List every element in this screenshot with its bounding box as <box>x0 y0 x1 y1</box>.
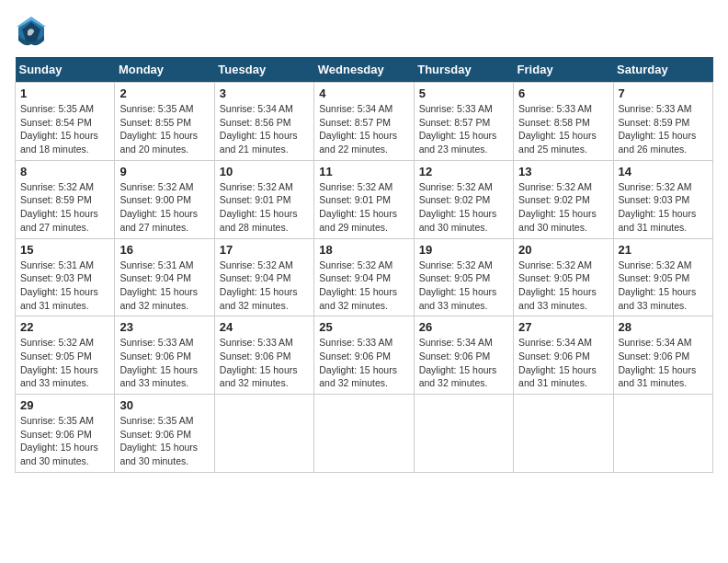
day-number: 25 <box>319 320 408 334</box>
calendar: SundayMondayTuesdayWednesdayThursdayFrid… <box>15 57 713 473</box>
day-number: 23 <box>119 320 209 334</box>
day-detail: Sunrise: 5:31 AMSunset: 9:04 PMDaylight:… <box>119 259 198 311</box>
empty-cell <box>414 395 513 473</box>
calendar-day-3: 3 Sunrise: 5:34 AMSunset: 8:56 PMDayligh… <box>214 83 313 161</box>
empty-cell <box>514 395 613 473</box>
calendar-day-13: 13 Sunrise: 5:32 AMSunset: 9:02 PMDaylig… <box>514 160 613 238</box>
day-detail: Sunrise: 5:33 AMSunset: 8:58 PMDaylight:… <box>518 103 597 155</box>
calendar-day-5: 5 Sunrise: 5:33 AMSunset: 8:57 PMDayligh… <box>414 83 513 161</box>
day-detail: Sunrise: 5:32 AMSunset: 9:04 PMDaylight:… <box>319 259 397 311</box>
day-number: 15 <box>20 243 109 257</box>
day-detail: Sunrise: 5:32 AMSunset: 9:00 PMDaylight:… <box>119 181 198 233</box>
day-number: 28 <box>619 320 708 334</box>
weekday-header-thursday: Thursday <box>414 57 513 83</box>
day-number: 30 <box>119 398 209 412</box>
weekday-header-tuesday: Tuesday <box>214 57 313 83</box>
day-number: 2 <box>119 86 209 100</box>
day-detail: Sunrise: 5:32 AMSunset: 9:04 PMDaylight:… <box>220 259 298 311</box>
empty-cell <box>314 395 414 473</box>
calendar-day-4: 4 Sunrise: 5:34 AMSunset: 8:57 PMDayligh… <box>314 83 414 161</box>
day-detail: Sunrise: 5:35 AMSunset: 8:54 PMDaylight:… <box>20 103 98 155</box>
day-detail: Sunrise: 5:34 AMSunset: 9:06 PMDaylight:… <box>518 337 597 388</box>
day-number: 18 <box>319 243 408 257</box>
day-detail: Sunrise: 5:32 AMSunset: 9:02 PMDaylight:… <box>419 181 497 233</box>
header <box>15 15 713 48</box>
calendar-day-25: 25 Sunrise: 5:33 AMSunset: 9:06 PMDaylig… <box>314 316 414 395</box>
weekday-header-friday: Friday <box>514 57 613 83</box>
calendar-day-14: 14 Sunrise: 5:32 AMSunset: 9:03 PMDaylig… <box>613 160 712 238</box>
day-detail: Sunrise: 5:33 AMSunset: 9:06 PMDaylight:… <box>220 337 298 388</box>
day-number: 22 <box>20 320 109 334</box>
day-detail: Sunrise: 5:32 AMSunset: 8:59 PMDaylight:… <box>20 181 98 233</box>
day-detail: Sunrise: 5:32 AMSunset: 9:05 PMDaylight:… <box>20 337 98 388</box>
day-detail: Sunrise: 5:32 AMSunset: 9:05 PMDaylight:… <box>518 259 597 311</box>
calendar-day-22: 22 Sunrise: 5:32 AMSunset: 9:05 PMDaylig… <box>16 316 115 395</box>
day-number: 29 <box>20 398 109 412</box>
calendar-day-10: 10 Sunrise: 5:32 AMSunset: 9:01 PMDaylig… <box>214 160 313 238</box>
day-detail: Sunrise: 5:32 AMSunset: 9:05 PMDaylight:… <box>419 259 497 311</box>
weekday-header-monday: Monday <box>115 57 214 83</box>
day-number: 14 <box>619 165 708 178</box>
day-detail: Sunrise: 5:33 AMSunset: 9:06 PMDaylight:… <box>119 337 198 388</box>
day-number: 9 <box>119 165 209 178</box>
day-number: 27 <box>518 320 608 334</box>
day-number: 24 <box>220 320 309 334</box>
calendar-day-18: 18 Sunrise: 5:32 AMSunset: 9:04 PMDaylig… <box>314 238 414 316</box>
day-number: 3 <box>220 86 309 100</box>
calendar-day-21: 21 Sunrise: 5:32 AMSunset: 9:05 PMDaylig… <box>613 238 712 316</box>
day-number: 26 <box>419 320 508 334</box>
logo <box>15 15 53 48</box>
day-detail: Sunrise: 5:34 AMSunset: 8:57 PMDaylight:… <box>319 103 397 155</box>
weekday-header-sunday: Sunday <box>16 57 115 83</box>
empty-cell <box>214 395 313 473</box>
calendar-day-30: 30 Sunrise: 5:35 AMSunset: 9:06 PMDaylig… <box>115 395 214 473</box>
day-number: 4 <box>319 86 408 100</box>
day-detail: Sunrise: 5:34 AMSunset: 9:06 PMDaylight:… <box>619 337 697 388</box>
day-number: 6 <box>518 86 608 100</box>
day-number: 17 <box>220 243 309 257</box>
day-number: 7 <box>619 86 708 100</box>
calendar-day-29: 29 Sunrise: 5:35 AMSunset: 9:06 PMDaylig… <box>16 395 115 473</box>
calendar-day-8: 8 Sunrise: 5:32 AMSunset: 8:59 PMDayligh… <box>16 160 115 238</box>
logo-icon <box>15 15 48 48</box>
day-detail: Sunrise: 5:32 AMSunset: 9:01 PMDaylight:… <box>220 181 298 233</box>
calendar-day-7: 7 Sunrise: 5:33 AMSunset: 8:59 PMDayligh… <box>613 83 712 161</box>
day-detail: Sunrise: 5:34 AMSunset: 8:56 PMDaylight:… <box>220 103 298 155</box>
weekday-header-saturday: Saturday <box>613 57 712 83</box>
day-detail: Sunrise: 5:32 AMSunset: 9:01 PMDaylight:… <box>319 181 397 233</box>
weekday-header-wednesday: Wednesday <box>314 57 414 83</box>
day-detail: Sunrise: 5:35 AMSunset: 9:06 PMDaylight:… <box>20 415 98 466</box>
calendar-day-2: 2 Sunrise: 5:35 AMSunset: 8:55 PMDayligh… <box>115 83 214 161</box>
day-number: 13 <box>518 165 608 178</box>
day-number: 8 <box>20 165 109 178</box>
calendar-day-20: 20 Sunrise: 5:32 AMSunset: 9:05 PMDaylig… <box>514 238 613 316</box>
day-detail: Sunrise: 5:32 AMSunset: 9:02 PMDaylight:… <box>518 181 597 233</box>
day-number: 16 <box>119 243 209 257</box>
calendar-day-16: 16 Sunrise: 5:31 AMSunset: 9:04 PMDaylig… <box>115 238 214 316</box>
calendar-day-24: 24 Sunrise: 5:33 AMSunset: 9:06 PMDaylig… <box>214 316 313 395</box>
day-detail: Sunrise: 5:34 AMSunset: 9:06 PMDaylight:… <box>419 337 497 388</box>
day-number: 21 <box>619 243 708 257</box>
calendar-day-6: 6 Sunrise: 5:33 AMSunset: 8:58 PMDayligh… <box>514 83 613 161</box>
calendar-day-17: 17 Sunrise: 5:32 AMSunset: 9:04 PMDaylig… <box>214 238 313 316</box>
empty-cell <box>613 395 712 473</box>
day-number: 11 <box>319 165 408 178</box>
calendar-day-28: 28 Sunrise: 5:34 AMSunset: 9:06 PMDaylig… <box>613 316 712 395</box>
day-detail: Sunrise: 5:33 AMSunset: 8:59 PMDaylight:… <box>619 103 697 155</box>
day-detail: Sunrise: 5:32 AMSunset: 9:03 PMDaylight:… <box>619 181 697 233</box>
day-detail: Sunrise: 5:31 AMSunset: 9:03 PMDaylight:… <box>20 259 98 311</box>
day-number: 1 <box>20 86 109 100</box>
calendar-day-9: 9 Sunrise: 5:32 AMSunset: 9:00 PMDayligh… <box>115 160 214 238</box>
day-number: 19 <box>419 243 508 257</box>
day-number: 12 <box>419 165 508 178</box>
calendar-day-1: 1 Sunrise: 5:35 AMSunset: 8:54 PMDayligh… <box>16 83 115 161</box>
calendar-day-23: 23 Sunrise: 5:33 AMSunset: 9:06 PMDaylig… <box>115 316 214 395</box>
day-detail: Sunrise: 5:33 AMSunset: 9:06 PMDaylight:… <box>319 337 397 388</box>
calendar-day-15: 15 Sunrise: 5:31 AMSunset: 9:03 PMDaylig… <box>16 238 115 316</box>
day-detail: Sunrise: 5:33 AMSunset: 8:57 PMDaylight:… <box>419 103 497 155</box>
day-number: 20 <box>518 243 608 257</box>
calendar-day-27: 27 Sunrise: 5:34 AMSunset: 9:06 PMDaylig… <box>514 316 613 395</box>
calendar-day-12: 12 Sunrise: 5:32 AMSunset: 9:02 PMDaylig… <box>414 160 513 238</box>
day-detail: Sunrise: 5:32 AMSunset: 9:05 PMDaylight:… <box>619 259 697 311</box>
day-detail: Sunrise: 5:35 AMSunset: 8:55 PMDaylight:… <box>119 103 198 155</box>
